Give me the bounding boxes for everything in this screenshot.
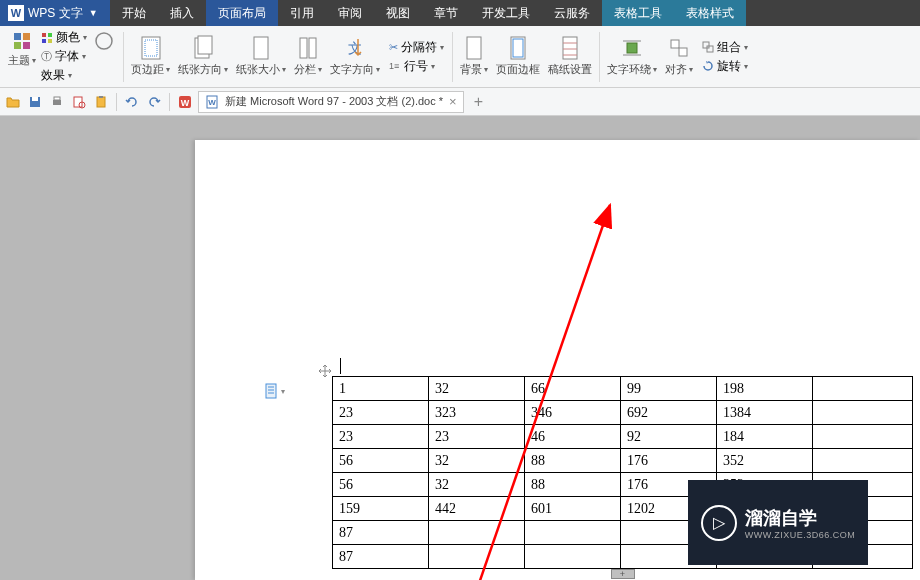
table-cell[interactable] xyxy=(813,377,913,401)
svg-rect-3 xyxy=(23,42,30,49)
add-tab-button[interactable]: + xyxy=(468,93,489,111)
paper-direction-button[interactable]: 纸张方向▾ xyxy=(174,34,232,79)
effect-button[interactable]: 效果▾ xyxy=(38,67,90,85)
align-button[interactable]: 对齐▾ xyxy=(661,34,697,79)
color-button[interactable]: 颜色▾ xyxy=(38,29,90,47)
close-tab-icon[interactable]: × xyxy=(449,94,457,109)
table-row[interactable]: 563288176352 xyxy=(333,449,913,473)
menu-insert[interactable]: 插入 xyxy=(158,0,206,26)
text-direction-button[interactable]: 文 文字方向▾ xyxy=(326,34,384,79)
table-cell[interactable]: 692 xyxy=(621,401,717,425)
watermark-title: 溜溜自学 xyxy=(745,506,856,530)
table-cell[interactable] xyxy=(525,545,621,569)
wps-home-icon[interactable]: W xyxy=(176,93,194,111)
document-tab[interactable]: W 新建 Microsoft Word 97 - 2003 文档 (2).doc… xyxy=(198,91,464,113)
table-cell[interactable]: 66 xyxy=(525,377,621,401)
table-cell[interactable]: 442 xyxy=(429,497,525,521)
font-button[interactable]: Ⓣ字体▾ xyxy=(38,48,90,66)
table-row[interactable]: 23234692184 xyxy=(333,425,913,449)
theme-label[interactable]: 主题▾ xyxy=(8,53,36,68)
menu-table-tools[interactable]: 表格工具 xyxy=(602,0,674,26)
table-cell[interactable]: 99 xyxy=(621,377,717,401)
table-cell[interactable]: 92 xyxy=(621,425,717,449)
group-button[interactable]: 组合▾ xyxy=(699,38,751,56)
line-number-button[interactable]: 1≡行号▾ xyxy=(386,57,447,75)
menu-devtools[interactable]: 开发工具 xyxy=(470,0,542,26)
columns-button[interactable]: 分栏▾ xyxy=(290,34,326,79)
open-icon[interactable] xyxy=(4,93,22,111)
separator-button[interactable]: ✂分隔符▾ xyxy=(386,38,447,56)
save-icon[interactable] xyxy=(26,93,44,111)
ribbon-separator xyxy=(599,32,600,82)
page-border-button[interactable]: 页面边框 xyxy=(492,34,544,79)
table-cell[interactable] xyxy=(429,521,525,545)
table-cell[interactable]: 176 xyxy=(621,449,717,473)
print-preview-icon[interactable] xyxy=(70,93,88,111)
svg-rect-29 xyxy=(679,48,687,56)
menu-bar: 开始 插入 页面布局 引用 审阅 视图 章节 开发工具 云服务 表格工具 表格样… xyxy=(110,0,920,26)
table-cell[interactable]: 56 xyxy=(333,473,429,497)
table-cell[interactable] xyxy=(525,521,621,545)
svg-rect-12 xyxy=(198,36,212,54)
watermark-url: WWW.ZIXUE.3D66.COM xyxy=(745,530,856,540)
redo-icon[interactable] xyxy=(145,93,163,111)
table-cell[interactable]: 32 xyxy=(429,473,525,497)
table-cell[interactable]: 346 xyxy=(525,401,621,425)
text-wrap-icon xyxy=(620,36,644,60)
table-cell[interactable] xyxy=(813,425,913,449)
table-cell[interactable]: 1384 xyxy=(717,401,813,425)
table-cell[interactable]: 23 xyxy=(429,425,525,449)
table-cell[interactable] xyxy=(429,545,525,569)
table-cell[interactable]: 46 xyxy=(525,425,621,449)
paragraph-options-icon[interactable]: ▾ xyxy=(265,383,285,399)
paper-size-button[interactable]: 纸张大小▾ xyxy=(232,34,290,79)
menu-review[interactable]: 审阅 xyxy=(326,0,374,26)
table-cell[interactable]: 87 xyxy=(333,545,429,569)
manuscript-button[interactable]: 稿纸设置 xyxy=(544,34,596,79)
svg-rect-1 xyxy=(23,33,30,40)
background-button[interactable]: 背景▾ xyxy=(456,34,492,79)
table-cell[interactable]: 601 xyxy=(525,497,621,521)
table-cell[interactable]: 1 xyxy=(333,377,429,401)
menu-reference[interactable]: 引用 xyxy=(278,0,326,26)
svg-rect-15 xyxy=(309,38,316,58)
paste-icon[interactable] xyxy=(92,93,110,111)
table-row[interactable]: 233233466921384 xyxy=(333,401,913,425)
menu-view[interactable]: 视图 xyxy=(374,0,422,26)
table-cell[interactable]: 88 xyxy=(525,449,621,473)
menu-cloud[interactable]: 云服务 xyxy=(542,0,602,26)
table-cell[interactable]: 23 xyxy=(333,425,429,449)
menu-start[interactable]: 开始 xyxy=(110,0,158,26)
text-wrap-button[interactable]: 文字环绕▾ xyxy=(603,34,661,79)
word-doc-icon: W xyxy=(205,95,219,109)
table-cell[interactable]: 352 xyxy=(717,449,813,473)
page-margin-button[interactable]: 页边距▾ xyxy=(127,34,174,79)
menu-page-layout[interactable]: 页面布局 xyxy=(206,0,278,26)
table-cell[interactable]: 56 xyxy=(333,449,429,473)
table-cell[interactable] xyxy=(813,401,913,425)
print-icon[interactable] xyxy=(48,93,66,111)
undo-icon[interactable] xyxy=(123,93,141,111)
table-add-row-button[interactable]: + xyxy=(611,569,635,579)
table-cell[interactable]: 159 xyxy=(333,497,429,521)
table-cell[interactable]: 88 xyxy=(525,473,621,497)
table-row[interactable]: 1326699198 xyxy=(333,377,913,401)
table-cell[interactable]: 87 xyxy=(333,521,429,545)
table-move-handle[interactable] xyxy=(318,364,332,378)
svg-point-8 xyxy=(96,33,112,49)
table-cell[interactable] xyxy=(813,449,913,473)
table-cell[interactable]: 32 xyxy=(429,377,525,401)
columns-icon xyxy=(296,36,320,60)
table-cell[interactable]: 184 xyxy=(717,425,813,449)
rotate-button[interactable]: 旋转▾ xyxy=(699,57,751,75)
menu-chapter[interactable]: 章节 xyxy=(422,0,470,26)
table-cell[interactable]: 23 xyxy=(333,401,429,425)
table-cell[interactable]: 32 xyxy=(429,449,525,473)
paper-size-icon xyxy=(249,36,273,60)
app-logo[interactable]: W WPS 文字 ▼ xyxy=(4,5,102,22)
menu-table-style[interactable]: 表格样式 xyxy=(674,0,746,26)
table-cell[interactable]: 323 xyxy=(429,401,525,425)
table-cell[interactable]: 198 xyxy=(717,377,813,401)
effect-icon[interactable] xyxy=(92,29,116,53)
theme-icon[interactable] xyxy=(10,29,34,53)
